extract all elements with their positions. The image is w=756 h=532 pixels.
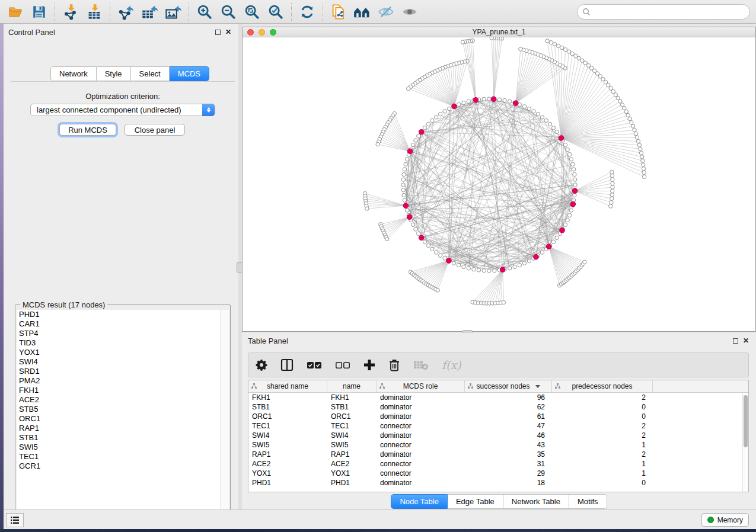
tab-edge-table[interactable]: Edge Table: [448, 494, 503, 509]
cell-predecessor_nodes: 1: [552, 440, 653, 450]
cell-successor_nodes: 61: [465, 412, 552, 421]
cell-mcds_role: dominator: [377, 450, 465, 459]
table-row[interactable]: SWI4SWI4dominator462: [248, 431, 748, 440]
import-network-button[interactable]: [59, 2, 82, 22]
fx-label: f(x): [442, 358, 461, 371]
mcds-result-item[interactable]: PHD1: [17, 310, 221, 319]
delete-row-button[interactable]: [388, 356, 400, 374]
mcds-result-item[interactable]: GCR1: [17, 462, 221, 471]
cell-successor_nodes: 96: [465, 393, 552, 402]
table-scrollbar-thumb[interactable]: [744, 395, 748, 447]
cell-predecessor_nodes: 0: [552, 478, 653, 488]
close-panel-button[interactable]: Close panel: [125, 124, 185, 136]
list-icon: [10, 516, 20, 524]
zoom-selected-icon: [267, 4, 284, 20]
mcds-result-item[interactable]: ACE2: [17, 395, 221, 405]
mcds-result-item[interactable]: YOX1: [17, 348, 221, 357]
export-image-button[interactable]: [161, 2, 185, 22]
open-file-button[interactable]: [4, 2, 27, 22]
close-panel-icon[interactable]: ✕: [225, 30, 231, 35]
cell-successor_nodes: 31: [465, 459, 552, 469]
table-row[interactable]: SWI5SWI5connector431: [248, 440, 748, 450]
column-header-mcds_role[interactable]: MCDS role: [377, 380, 465, 392]
duplicate-network-button[interactable]: [327, 2, 350, 22]
tab-network[interactable]: Network: [50, 66, 97, 81]
first-neighbors-button[interactable]: [350, 2, 374, 22]
mcds-result-item[interactable]: RAP1: [17, 424, 221, 433]
settings-gear-button[interactable]: [256, 356, 267, 374]
column-header-name[interactable]: name: [327, 380, 377, 392]
optimization-criterion-label: Optimization criterion:: [11, 92, 235, 101]
search-input[interactable]: [594, 8, 749, 17]
tab-motifs[interactable]: Motifs: [569, 494, 607, 509]
table-row[interactable]: PHD1PHD1dominator180: [248, 478, 748, 488]
mcds-result-item[interactable]: STP4: [17, 329, 221, 338]
mcds-result-item[interactable]: TID3: [17, 338, 221, 348]
cell-mcds_role: dominator: [377, 393, 465, 402]
task-history-button[interactable]: [6, 513, 24, 527]
table-row[interactable]: ACE2ACE2connector311: [248, 459, 748, 469]
export-image-icon: [165, 4, 181, 20]
network-titlebar[interactable]: YPA_prune.txt_1: [243, 27, 755, 37]
table-toolbar: f(x): [248, 352, 749, 377]
optimization-criterion-select[interactable]: largest connected component (undirected): [30, 104, 215, 116]
mcds-result-item[interactable]: CAR1: [17, 319, 221, 329]
table-row[interactable]: TEC1TEC1connector472: [248, 421, 748, 431]
memory-button[interactable]: Memory: [701, 513, 749, 527]
mcds-result-item[interactable]: PMA2: [17, 376, 221, 386]
column-header-predecessor_nodes[interactable]: predecessor nodes: [552, 380, 653, 392]
mcds-result-item[interactable]: SWI5: [17, 443, 221, 452]
float-panel-icon[interactable]: [733, 338, 738, 344]
network-canvas[interactable]: [243, 37, 755, 331]
tab-mcds[interactable]: MCDS: [170, 66, 209, 81]
export-network-button[interactable]: [114, 2, 138, 22]
column-header-successor_nodes[interactable]: successor nodes: [465, 380, 552, 392]
run-mcds-button[interactable]: Run MCDS: [59, 124, 116, 136]
tab-node-table[interactable]: Node Table: [391, 494, 448, 509]
tab-style[interactable]: Style: [97, 66, 131, 81]
save-session-button[interactable]: [27, 2, 51, 22]
mcds-result-item[interactable]: TEC1: [17, 452, 221, 462]
table-scrollbar[interactable]: [742, 393, 748, 492]
mcds-result-item[interactable]: SWI4: [17, 357, 221, 367]
mcds-result-item[interactable]: SRD1: [17, 367, 221, 376]
cell-name: PHD1: [327, 478, 377, 488]
column-visibility-button[interactable]: [280, 356, 294, 374]
column-header-shared_name[interactable]: shared name: [248, 380, 327, 392]
tab-select[interactable]: Select: [131, 66, 170, 81]
zoom-selected-button[interactable]: [264, 2, 288, 22]
zoom-in-button[interactable]: [193, 2, 216, 22]
mcds-result-item[interactable]: STB5: [17, 405, 221, 414]
table-row[interactable]: STB1STB1dominator620: [248, 402, 748, 412]
table-row[interactable]: RAP1RAP1dominator352: [248, 450, 748, 459]
export-network-icon: [117, 4, 134, 20]
close-panel-icon[interactable]: ✕: [743, 338, 749, 344]
export-table-button[interactable]: [138, 2, 161, 22]
table-row[interactable]: YOX1YOX1connector291: [248, 469, 748, 478]
select-all-button[interactable]: [307, 356, 322, 374]
cell-mcds_role: dominator: [377, 431, 465, 440]
zoom-fit-button[interactable]: [240, 2, 264, 22]
mcds-result-item[interactable]: STB1: [17, 433, 221, 443]
cell-shared_name: PHD1: [248, 478, 327, 488]
table-row[interactable]: FKH1FKH1dominator962: [248, 393, 748, 402]
search-icon: [582, 8, 591, 16]
deselect-all-button[interactable]: [335, 356, 350, 374]
table-row[interactable]: ORC1ORC1dominator610: [248, 412, 748, 421]
search-box[interactable]: [577, 4, 750, 20]
mcds-result-item[interactable]: FKH1: [17, 386, 221, 395]
zoom-out-button[interactable]: [216, 2, 240, 22]
add-row-button[interactable]: [363, 356, 375, 374]
refresh-view-button[interactable]: [295, 2, 319, 22]
import-table-button[interactable]: [82, 2, 106, 22]
mcds-result-item[interactable]: ORC1: [17, 414, 221, 424]
network-graph[interactable]: [243, 37, 755, 331]
hide-selected-button[interactable]: [374, 2, 398, 22]
show-all-button[interactable]: [398, 2, 422, 22]
tab-network-table[interactable]: Network Table: [503, 494, 569, 509]
cell-name: TEC1: [327, 421, 377, 431]
mcds-result-list[interactable]: PHD1CAR1STP4TID3YOX1SWI4SRD1PMA2FKH1ACE2…: [17, 310, 221, 519]
gear-icon: [256, 359, 267, 371]
float-panel-icon[interactable]: [215, 30, 221, 35]
mcds-list-scrollbar[interactable]: [221, 310, 229, 519]
